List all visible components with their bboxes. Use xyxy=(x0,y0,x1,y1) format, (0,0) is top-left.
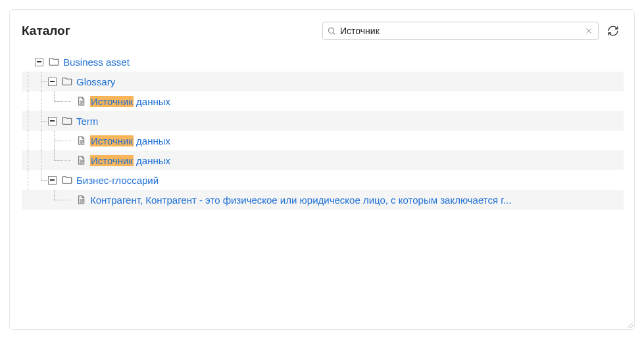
svg-line-16 xyxy=(628,323,633,328)
folder-icon xyxy=(61,76,74,87)
tree-node-business-asset[interactable]: Business asset xyxy=(22,52,624,72)
node-label[interactable]: Источникданных xyxy=(90,155,170,166)
label-rest: данных xyxy=(136,135,170,146)
tree-leaf[interactable]: Источникданных xyxy=(22,150,624,170)
collapse-toggle[interactable] xyxy=(35,58,43,66)
tree-view: Business asset Glossary Источ xyxy=(22,52,629,210)
tree-leaf[interactable]: Источникданных xyxy=(22,131,624,150)
document-icon xyxy=(74,135,87,146)
svg-point-0 xyxy=(328,28,334,33)
node-label[interactable]: Контрагент, Контрагент - это физическое … xyxy=(90,194,511,206)
node-label[interactable]: Business asset xyxy=(63,56,130,68)
folder-icon xyxy=(47,56,61,68)
node-label[interactable]: Бизнес-глоссарий xyxy=(76,175,159,186)
node-label[interactable]: Источникданных xyxy=(90,96,170,107)
tree-node-term[interactable]: Term xyxy=(22,111,624,131)
panel-title: Каталог xyxy=(22,24,70,38)
catalog-panel: Каталог xyxy=(9,9,635,330)
folder-icon xyxy=(61,115,74,127)
close-icon xyxy=(585,27,593,35)
search-box[interactable] xyxy=(322,22,599,40)
refresh-button[interactable] xyxy=(604,22,622,40)
resize-handle-icon[interactable] xyxy=(626,321,633,328)
search-highlight: Источник xyxy=(90,155,134,166)
tree-leaf[interactable]: Контрагент, Контрагент - это физическое … xyxy=(22,190,624,210)
svg-line-1 xyxy=(334,33,335,35)
clear-search-button[interactable] xyxy=(583,26,594,36)
document-icon xyxy=(74,96,87,106)
collapse-toggle[interactable] xyxy=(48,176,57,185)
panel-header: Каталог xyxy=(22,22,629,40)
label-rest: данных xyxy=(136,96,170,107)
label-rest: данных xyxy=(136,155,170,166)
folder-icon xyxy=(61,174,74,186)
node-label[interactable]: Term xyxy=(76,116,98,127)
svg-line-17 xyxy=(630,325,633,328)
document-icon xyxy=(74,194,87,205)
collapse-toggle[interactable] xyxy=(48,117,57,125)
document-icon xyxy=(74,155,87,166)
node-label[interactable]: Glossary xyxy=(76,76,115,87)
header-controls xyxy=(322,22,622,40)
search-highlight: Источник xyxy=(90,135,134,146)
tree-leaf[interactable]: Источникданных xyxy=(22,91,624,111)
tree-node-glossary[interactable]: Glossary xyxy=(22,72,624,91)
collapse-toggle[interactable] xyxy=(48,78,57,86)
search-icon xyxy=(327,26,336,35)
search-highlight: Источник xyxy=(90,96,134,107)
search-input[interactable] xyxy=(336,26,583,36)
tree-node-biz-glossary[interactable]: Бизнес-глоссарий xyxy=(22,170,624,190)
refresh-icon xyxy=(607,25,619,37)
node-label[interactable]: Источникданных xyxy=(90,135,170,146)
